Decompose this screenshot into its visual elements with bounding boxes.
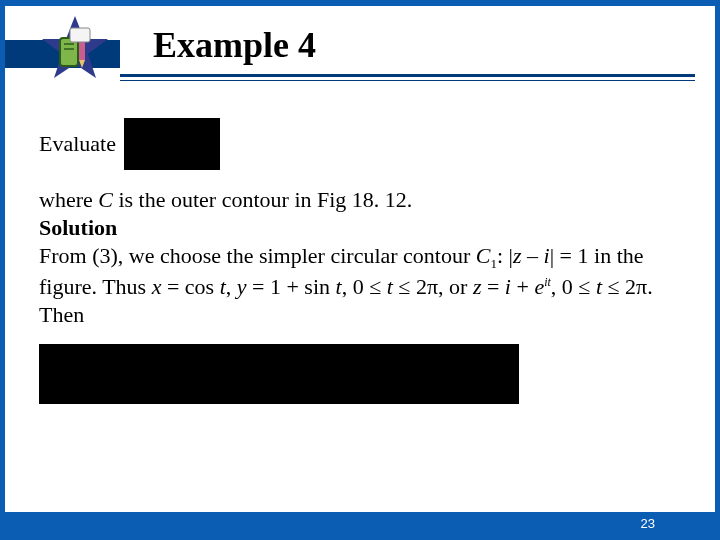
solution-text: From (3), we choose the simpler circular… — [39, 242, 685, 329]
superscript-it: it — [544, 275, 551, 289]
slide-title: Example 4 — [153, 24, 316, 66]
where-line: where C is the outer contour in Fig 18. … — [39, 186, 685, 214]
evaluate-row: Evaluate — [39, 118, 685, 170]
formula-placeholder-2 — [39, 344, 519, 404]
solution-label: Solution — [39, 214, 685, 242]
header-rule-thin — [120, 80, 695, 81]
formula-placeholder-1 — [124, 118, 220, 170]
page-number: 23 — [641, 516, 655, 531]
company-logo-icon — [40, 14, 110, 84]
header: Example 4 — [5, 6, 715, 94]
header-rule-thick — [120, 74, 695, 77]
svg-rect-6 — [70, 28, 90, 42]
footer-bar: 23 — [5, 512, 715, 534]
slide-content: Example 4 Evaluate where C is the outer … — [5, 6, 715, 534]
body-text: Evaluate where C is the outer contour in… — [39, 118, 685, 404]
evaluate-label: Evaluate — [39, 130, 116, 158]
